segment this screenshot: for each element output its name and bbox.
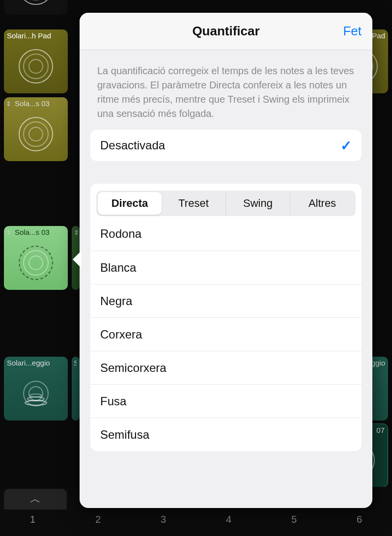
updown-icon: ⇕ bbox=[6, 229, 13, 236]
track-number[interactable]: 3 bbox=[131, 509, 196, 536]
track-number[interactable]: 6 bbox=[327, 509, 392, 536]
note-value-row[interactable]: Fusa bbox=[90, 384, 362, 418]
note-value-label: Semicorxera bbox=[100, 361, 167, 375]
expand-button[interactable]: ︿ bbox=[4, 489, 67, 509]
segment-altres[interactable]: Altres bbox=[290, 192, 354, 215]
clip-waveform-icon bbox=[19, 246, 53, 280]
clip-waveform-icon bbox=[19, 49, 53, 84]
quantize-mode-segmented: Directa Treset Swing Altres bbox=[96, 191, 356, 216]
track-number[interactable]: 1 bbox=[0, 509, 65, 536]
done-button[interactable]: Fet bbox=[343, 24, 362, 39]
popover-header: Quantificar Fet bbox=[80, 13, 372, 50]
note-value-row[interactable]: Semifusa bbox=[90, 418, 362, 451]
checkmark-icon: ✓ bbox=[340, 138, 352, 154]
segment-treset[interactable]: Treset bbox=[162, 192, 226, 215]
popover-arrow bbox=[73, 251, 82, 268]
note-value-row[interactable]: Semicorxera bbox=[90, 351, 362, 384]
note-value-row[interactable]: Rodona bbox=[90, 217, 362, 251]
chevron-up-icon: ︿ bbox=[30, 492, 41, 507]
clip-label: Solari...h Pad bbox=[7, 31, 65, 40]
note-value-row[interactable]: Corxera bbox=[90, 317, 362, 351]
note-value-label: Fusa bbox=[100, 395, 126, 408]
clip-cell-selected[interactable]: ⇕ Sola...s 03 bbox=[4, 226, 68, 290]
track-number-strip: 1 2 3 4 5 6 bbox=[0, 509, 392, 536]
quantize-off-row[interactable]: Desactivada ✓ bbox=[90, 130, 362, 161]
track-number[interactable]: 2 bbox=[65, 509, 131, 536]
note-value-list: Rodona Blanca Negra Corxera Semicorxera … bbox=[90, 217, 362, 451]
updown-icon: ⇕ bbox=[74, 229, 80, 236]
quantize-popover: Quantificar Fet La quantificació correge… bbox=[80, 13, 372, 508]
clip-waveform-icon bbox=[19, 117, 53, 151]
popover-description: La quantificació corregeix el temps de l… bbox=[80, 50, 372, 130]
clip-cell[interactable] bbox=[4, 0, 68, 15]
clip-label: Solari...eggio bbox=[7, 359, 65, 367]
clip-label: Sola...s 03 bbox=[15, 99, 65, 108]
clip-label: S bbox=[74, 359, 77, 367]
note-value-label: Blanca bbox=[100, 261, 136, 275]
off-label: Desactivada bbox=[100, 139, 165, 152]
clip-cell[interactable]: Solari...eggio bbox=[4, 357, 68, 421]
note-value-row[interactable]: Negra bbox=[90, 284, 362, 317]
clip-cell[interactable]: Solari...h Pad bbox=[4, 29, 68, 93]
svg-point-2 bbox=[30, 394, 42, 397]
quantize-options-card: Directa Treset Swing Altres Rodona Blanc… bbox=[90, 184, 362, 451]
clip-waveform-icon bbox=[19, 376, 53, 411]
clip-cell[interactable]: ⇕ Sola...s 03 bbox=[4, 97, 68, 161]
track-number[interactable]: 4 bbox=[196, 509, 261, 536]
popover-title: Quantificar bbox=[80, 24, 372, 39]
clip-label: Sola...s 03 bbox=[15, 228, 65, 236]
updown-icon: ⇕ bbox=[6, 100, 13, 108]
note-value-row[interactable]: Blanca bbox=[90, 251, 362, 284]
app-background: Solari...h Pad ⇕ Sola...s 03 ⇕ Sola...s … bbox=[0, 0, 392, 536]
off-card: Desactivada ✓ bbox=[90, 130, 362, 161]
note-value-label: Negra bbox=[100, 294, 132, 308]
clip-cell[interactable]: S bbox=[72, 357, 80, 421]
note-value-label: Semifusa bbox=[100, 428, 149, 442]
track-number[interactable]: 5 bbox=[261, 509, 327, 536]
segment-swing[interactable]: Swing bbox=[226, 192, 290, 215]
note-value-label: Corxera bbox=[100, 328, 142, 341]
segment-directa[interactable]: Directa bbox=[98, 192, 162, 215]
svg-point-1 bbox=[28, 397, 44, 401]
svg-point-0 bbox=[25, 400, 47, 405]
note-value-label: Rodona bbox=[100, 227, 141, 241]
segmented-control-container: Directa Treset Swing Altres bbox=[90, 184, 362, 216]
